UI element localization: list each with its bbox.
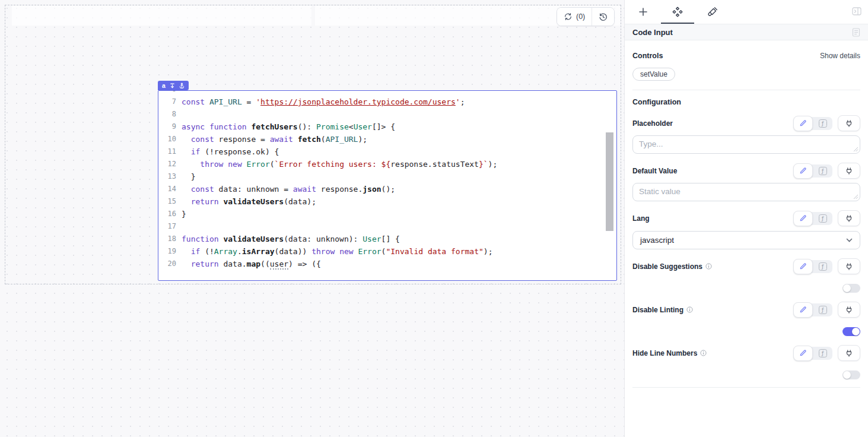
code-line[interactable]: 14 const data: unknown = await response.… [158,183,616,195]
pencil-icon [799,306,807,314]
line-number: 20 [158,258,176,270]
info-icon[interactable] [700,350,707,356]
static-mode-button[interactable] [793,259,813,274]
formula-icon: ƒ [819,306,827,314]
connect-data-button[interactable] [838,210,860,226]
tab-components[interactable] [660,0,695,24]
plug-icon [845,262,853,271]
code-input-widget[interactable]: 67const API_URL = 'https://jsonplacehold… [158,90,617,281]
pencil-icon [799,214,807,222]
code-line[interactable]: 8 [158,108,616,121]
code-line[interactable]: 18function validateUsers(data: unknown):… [158,233,616,245]
resize-handle-icon[interactable] [853,194,859,200]
editor-canvas[interactable]: (0) a [0,0,624,437]
static-mode-button[interactable] [793,346,813,361]
field-default-value-head: Default Value ƒ [632,163,860,179]
formula-icon: ƒ [819,262,827,271]
code-line[interactable]: 9async function fetchUsers(): Promise<Us… [158,121,616,133]
code-line[interactable]: 6 [158,91,616,96]
setvalue-button[interactable]: setValue [632,68,675,81]
code-line[interactable]: 7const API_URL = 'https://jsonplaceholde… [158,96,616,108]
line-number: 15 [158,195,176,208]
binding-mode-switch: ƒ [793,211,832,226]
widget-chip-label: a [162,81,166,90]
formula-mode-button[interactable]: ƒ [813,259,832,274]
formula-mode-button[interactable]: ƒ [813,302,832,318]
refresh-button[interactable]: (0) [557,8,592,26]
code-line[interactable]: 16} [158,208,616,220]
history-button[interactable] [592,8,614,26]
line-number: 6 [158,91,176,96]
line-number: 9 [158,121,176,133]
line-number: 19 [158,245,176,258]
lang-select-value: javascript [640,236,674,245]
placeholder-input[interactable] [632,135,860,154]
connect-data-button[interactable] [838,302,860,318]
static-mode-button[interactable] [793,211,813,226]
code-line[interactable]: 12 throw new Error(`Error fetching users… [158,158,616,170]
code-editor[interactable]: 67const API_URL = 'https://jsonplacehold… [158,91,616,280]
widget-chip[interactable]: a [158,81,189,90]
hide-line-numbers-toggle[interactable] [842,370,860,379]
static-mode-button[interactable] [793,163,813,179]
plug-icon [845,214,853,223]
field-label: Lang [632,214,650,223]
code-line[interactable]: 20 return data.map((user) => ({ [158,258,616,270]
code-line[interactable]: 19 if (!Array.isArray(data)) throw new E… [158,245,616,258]
field-label: Placeholder [632,119,673,128]
code-line[interactable]: 11 if (!response.ok) { [158,145,616,158]
formula-icon: ƒ [819,167,827,175]
line-number: 16 [158,208,176,220]
line-number: 13 [158,170,176,183]
resize-handle-icon[interactable] [853,147,859,152]
static-mode-button[interactable] [793,302,813,318]
connect-data-button[interactable] [838,345,860,361]
static-mode-button[interactable] [793,116,813,131]
app-root: (0) a [0,0,868,437]
info-icon[interactable] [705,263,712,270]
default-value-input[interactable] [632,183,860,201]
lang-select[interactable]: javascript [632,231,860,249]
plug-icon [845,349,853,357]
pencil-icon [799,262,807,270]
tab-add[interactable] [626,0,660,24]
formula-mode-button[interactable]: ƒ [813,116,832,131]
formula-mode-button[interactable]: ƒ [813,163,832,179]
pencil-icon [799,119,807,127]
formula-mode-button[interactable]: ƒ [813,211,832,226]
disable-linting-toggle[interactable] [842,327,860,336]
formula-mode-button[interactable]: ƒ [813,346,832,361]
formula-icon: ƒ [819,119,827,128]
refresh-icon [564,12,573,21]
connect-data-button[interactable] [838,115,860,131]
document-icon [852,28,860,37]
editor-scrollbar[interactable] [606,132,613,231]
info-icon[interactable] [686,306,693,313]
code-line[interactable]: 15 return validateUsers(data); [158,195,616,208]
line-number: 17 [158,220,176,233]
line-number: 8 [158,108,176,121]
code-line[interactable]: 13 } [158,170,616,183]
line-number: 10 [158,133,176,145]
docs-button[interactable] [852,28,860,37]
code-line[interactable]: 17 [158,220,616,233]
move-down-icon[interactable] [170,83,175,88]
empty-cell-left[interactable] [12,6,311,26]
connect-data-button[interactable] [838,258,860,274]
field-disable-suggestions-head: Disable Suggestions ƒ [632,258,860,274]
disable-suggestions-toggle[interactable] [842,284,860,293]
anchor-icon[interactable] [179,83,185,88]
show-details-link[interactable]: Show details [820,52,860,60]
toggle-knob [843,371,851,379]
components-icon [672,6,683,18]
chevron-down-icon [846,238,853,242]
code-line[interactable]: 10 const response = await fetch(API_URL)… [158,133,616,145]
divider [632,90,860,90]
toggle-knob [843,284,851,292]
connect-data-button[interactable] [838,163,860,179]
tab-styles[interactable] [695,0,729,24]
collapse-panel-button[interactable] [852,7,861,15]
line-number: 7 [158,96,176,108]
refresh-count: (0) [576,12,585,21]
plus-icon [638,7,648,17]
